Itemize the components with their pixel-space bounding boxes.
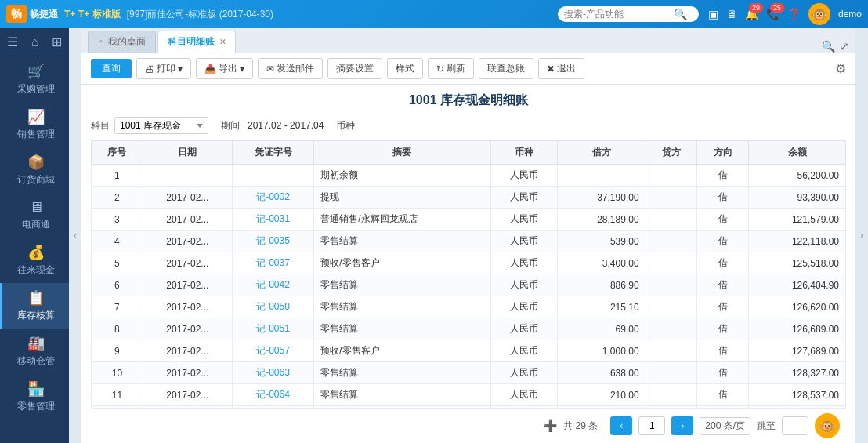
app-edition: T+ T+ 标准版 xyxy=(64,8,121,21)
sidebar-item-label: 移动仓管 xyxy=(17,354,55,368)
export-button[interactable]: 📥 导出 ▾ xyxy=(196,58,253,79)
sidebar-item-ecommerce[interactable]: 🖥 电商通 xyxy=(0,193,69,238)
sidebar-item-inventory[interactable]: 📋 库存核算 xyxy=(0,283,69,329)
logo-icon: 畅 xyxy=(6,5,27,23)
union-ledger-button[interactable]: 联查总账 xyxy=(479,58,533,79)
phone-badge: 25 xyxy=(770,3,784,13)
table-row: 102017-02...记-0063零售结算人民币638.00借128,327.… xyxy=(92,362,846,384)
footer-avatar: 🐵 xyxy=(815,413,840,438)
sales-icon: 📈 xyxy=(27,108,45,125)
print-dropdown-icon: ▾ xyxy=(178,64,183,74)
table-wrapper[interactable]: 序号 日期 凭证字号 摘要 币种 借方 贷方 方向 余额 1期初余额人民币借56… xyxy=(91,140,846,408)
col-credit: 贷方 xyxy=(646,141,697,165)
notification-icon[interactable]: 🔔29 xyxy=(745,8,758,20)
per-page-selector[interactable]: 200 条/页 xyxy=(700,417,750,435)
window-icon[interactable]: ▣ xyxy=(708,8,718,20)
query-button[interactable]: 查询 xyxy=(91,59,132,78)
table-row: 112017-02...记-0064零售结算人民币210.00借128,537.… xyxy=(92,384,846,406)
page-footer: ➕ 共 29 条 ‹ › 200 条/页 跳至 🐵 xyxy=(91,408,846,443)
summary-settings-button[interactable]: 摘要设置 xyxy=(327,58,382,79)
content-area: ⌂ 我的桌面 科目明细账 ✕ 🔍 ⤢ 查询 🖨 打印 ▾ 📥 导出 xyxy=(81,28,855,443)
sidebar: ☰ ⌂ ⊞ 🛒 采购管理 📈 销售管理 📦 订货商城 🖥 电商通 💰 往来现金 … xyxy=(0,28,69,443)
email-button[interactable]: ✉ 发送邮件 xyxy=(258,58,323,79)
subject-label: 科目 xyxy=(91,119,110,133)
subject-filter: 科目 1001 库存现金 xyxy=(91,117,208,134)
tab-search-icon[interactable]: 🔍 xyxy=(822,40,835,53)
apps-icon[interactable]: ⊞ xyxy=(52,34,62,49)
sidebar-item-retail[interactable]: 🏪 零售管理 xyxy=(0,374,69,419)
sidebar-item-label: 电商通 xyxy=(22,218,50,231)
currency-filter: 币种 xyxy=(336,119,355,133)
print-button[interactable]: 🖨 打印 ▾ xyxy=(136,58,191,79)
sidebar-item-cashflow[interactable]: 💰 往来现金 xyxy=(0,238,69,283)
subject-select[interactable]: 1001 库存现金 xyxy=(114,117,208,134)
username[interactable]: demo xyxy=(838,9,862,20)
total-count: 共 29 条 xyxy=(563,419,598,433)
left-collapse-handle[interactable]: ‹ xyxy=(69,28,81,443)
sidebar-item-label: 零售管理 xyxy=(17,400,55,413)
page-title: 1001 库存现金明细账 xyxy=(91,85,846,114)
style-button[interactable]: 样式 xyxy=(387,58,423,79)
app-name: 畅捷通 xyxy=(30,8,58,21)
table-header-row: 序号 日期 凭证字号 摘要 币种 借方 贷方 方向 余额 xyxy=(92,141,846,165)
sidebar-item-sales[interactable]: 📈 销售管理 xyxy=(0,102,69,147)
period-value: 2017.02 - 2017.04 xyxy=(248,120,324,131)
ledger-table: 序号 日期 凭证字号 摘要 币种 借方 贷方 方向 余额 1期初余额人民币借56… xyxy=(91,140,846,408)
ecommerce-icon: 🖥 xyxy=(29,199,43,216)
tab-active-label: 科目明细账 xyxy=(168,35,215,49)
print-icon: 🖨 xyxy=(145,64,154,74)
sidebar-item-purchase[interactable]: 🛒 采购管理 xyxy=(0,56,69,102)
tab-home[interactable]: ⌂ 我的桌面 xyxy=(88,31,156,53)
sidebar-item-label: 往来现金 xyxy=(17,263,55,277)
tab-subject-ledger[interactable]: 科目明细账 ✕ xyxy=(157,31,236,53)
sidebar-item-order[interactable]: 📦 订货商城 xyxy=(0,147,69,193)
home-icon[interactable]: ⌂ xyxy=(31,35,39,49)
export-icon: 📥 xyxy=(204,64,216,74)
inventory-icon: 📋 xyxy=(27,289,45,307)
search-icon[interactable]: 🔍 xyxy=(674,8,687,20)
next-page-button[interactable]: › xyxy=(671,416,693,435)
purchase-icon: 🛒 xyxy=(27,63,45,80)
email-icon: ✉ xyxy=(266,64,274,74)
tab-home-label: 我的桌面 xyxy=(108,35,146,49)
filter-bar: 科目 1001 库存现金 期间 2017.02 - 2017.04 币种 xyxy=(91,114,846,140)
main-layout: ☰ ⌂ ⊞ 🛒 采购管理 📈 销售管理 📦 订货商城 🖥 电商通 💰 往来现金 … xyxy=(0,28,868,443)
tab-expand-icon[interactable]: ⤢ xyxy=(840,40,849,53)
prev-page-button[interactable]: ‹ xyxy=(610,416,632,435)
phone-icon[interactable]: 📞25 xyxy=(766,8,779,20)
topbar: 畅 畅捷通 T+ T+ 标准版 [997]丽佳公司-标准版 (2017-04-3… xyxy=(0,0,868,28)
warehouse-icon: 🏭 xyxy=(27,335,45,352)
user-avatar[interactable]: 🐵 xyxy=(808,3,830,25)
table-row: 32017-02...记-0031普通销售/永辉回龙观店人民币28,189.00… xyxy=(92,209,846,231)
retail-icon: 🏪 xyxy=(27,380,45,398)
current-page-input[interactable] xyxy=(638,416,665,435)
hamburger-icon[interactable]: ☰ xyxy=(7,34,18,49)
refresh-icon: ↻ xyxy=(436,64,444,74)
col-summary: 摘要 xyxy=(314,141,490,165)
sidebar-item-warehouse[interactable]: 🏭 移动仓管 xyxy=(0,329,69,374)
refresh-button[interactable]: ↻ 刷新 xyxy=(428,58,474,79)
col-seq: 序号 xyxy=(92,141,143,165)
order-icon: 📦 xyxy=(27,154,45,171)
table-row: 62017-02...记-0042零售结算人民币886.90借126,404.9… xyxy=(92,274,846,296)
tab-close-icon[interactable]: ✕ xyxy=(219,38,226,46)
table-row: 92017-02...记-0057预收/零售客户人民币1,000.00借127,… xyxy=(92,340,846,362)
toolbar: 查询 🖨 打印 ▾ 📥 导出 ▾ ✉ 发送邮件 摘要设置 样式 ↻ xyxy=(81,53,855,85)
right-collapse-handle[interactable]: › xyxy=(855,28,868,443)
page-content: 1001 库存现金明细账 科目 1001 库存现金 期间 2017.02 - 2… xyxy=(81,85,855,443)
jump-to-input[interactable] xyxy=(782,416,808,435)
settings-gear-icon[interactable]: ⚙ xyxy=(835,61,846,76)
search-bar: 🔍 xyxy=(558,6,699,22)
help-icon[interactable]: ❓ xyxy=(787,8,801,20)
col-debit: 借方 xyxy=(557,141,646,165)
period-filter: 期间 2017.02 - 2017.04 xyxy=(221,119,324,133)
export-dropdown-icon: ▾ xyxy=(240,64,244,74)
period-label: 期间 xyxy=(221,119,240,133)
sidebar-item-label: 采购管理 xyxy=(17,82,55,96)
search-input[interactable] xyxy=(564,9,674,20)
add-row-icon[interactable]: ➕ xyxy=(544,419,557,432)
sidebar-item-label: 销售管理 xyxy=(17,128,55,141)
col-voucher: 凭证字号 xyxy=(232,141,313,165)
monitor-icon[interactable]: 🖥 xyxy=(726,8,737,20)
exit-button[interactable]: ✖ 退出 xyxy=(538,58,584,79)
